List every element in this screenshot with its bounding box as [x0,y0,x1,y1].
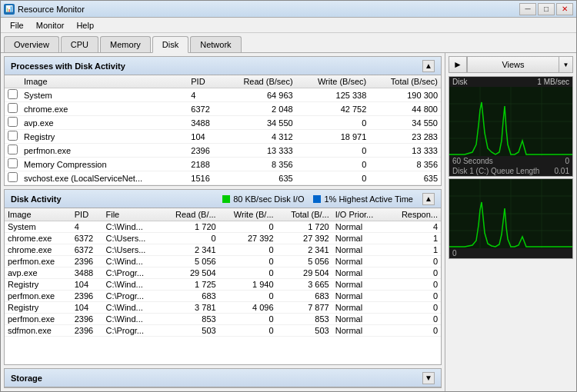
queue-graph-footer-right: 0 [452,249,457,257]
row-checkbox-cell[interactable] [5,171,21,185]
row-pid: 1516 [188,171,222,185]
storage-section-header[interactable]: Storage ▼ [5,369,441,387]
storage-section-title: Storage [11,374,422,383]
da-row-priority: Normal [332,244,388,256]
da-col-file[interactable]: File [102,208,160,221]
table-row[interactable]: sdfmon.exe 2396 C:\Progr... 503 0 503 No… [5,325,441,337]
close-button[interactable]: ✕ [556,3,573,15]
table-row[interactable]: Memory Compression 2188 8 356 0 8 356 [5,158,441,171]
da-row-response: 4 [388,221,441,233]
row-image: avp.exe [21,116,188,130]
row-checkbox[interactable] [8,89,18,99]
da-row-file: C:\Wind... [102,279,160,291]
da-row-write: 1 940 [219,279,277,291]
right-nav: ► Views ▼ [449,56,573,73]
row-checkbox-cell[interactable] [5,102,21,116]
views-dropdown-button[interactable]: ▼ [559,56,573,73]
table-row[interactable]: perfmon.exe 2396 13 333 0 13 333 [5,144,441,158]
da-row-image: System [5,221,72,233]
table-row[interactable]: chrome.exe 6372 2 048 42 752 44 800 [5,102,441,116]
row-read: 635 [222,171,296,185]
row-checkbox-cell[interactable] [5,116,21,130]
da-col-response[interactable]: Respon... [388,208,441,221]
title-bar: 📊 Resource Monitor ─ □ ✕ [1,1,576,18]
tab-overview[interactable]: Overview [4,36,59,52]
processes-table: Image PID Read (B/sec) Write (B/sec) Tot… [5,75,441,185]
row-read: 8 356 [222,158,296,171]
da-row-pid: 6372 [72,233,103,244]
da-row-pid: 2396 [72,314,103,325]
table-row[interactable]: chrome.exe 6372 C:\Users... 0 27 392 27 … [5,233,441,244]
storage-expand-button[interactable]: ▼ [422,372,435,384]
table-row[interactable]: perfmon.exe 2396 C:\Wind... 853 0 853 No… [5,314,441,325]
processes-col-pid[interactable]: PID [188,75,222,88]
disk-graph: Disk 1 MB/sec [449,76,573,177]
tab-memory[interactable]: Memory [100,36,151,52]
da-col-priority[interactable]: I/O Prior... [332,208,388,221]
processes-expand-button[interactable]: ▲ [422,60,435,72]
row-checkbox-cell[interactable] [5,158,21,171]
row-image: svchost.exe (LocalServiceNet... [21,171,188,185]
table-row[interactable]: perfmon.exe 2396 C:\Wind... 5 056 0 5 05… [5,256,441,267]
processes-col-total[interactable]: Total (B/sec) [369,75,441,88]
row-checkbox[interactable] [8,117,18,127]
row-write: 125 338 [296,88,370,102]
da-row-pid: 104 [72,302,103,314]
table-row[interactable]: avp.exe 3488 34 550 0 34 550 [5,116,441,130]
table-row[interactable]: avp.exe 3488 C:\Progr... 29 504 0 29 504… [5,267,441,279]
disk-queue-label: Disk 1 (C:) Queue Length 0.01 [449,166,572,176]
tab-network[interactable]: Network [190,36,241,52]
processes-col-write[interactable]: Write (B/sec) [296,75,370,88]
processes-col-read[interactable]: Read (B/sec) [222,75,296,88]
da-row-response: 1 [388,233,441,244]
da-row-file: C:\Progr... [102,325,160,337]
da-row-write: 0 [219,221,277,233]
row-checkbox[interactable] [8,131,18,141]
da-row-image: perfmon.exe [5,256,72,267]
menu-file[interactable]: File [4,18,30,32]
row-checkbox[interactable] [8,158,18,168]
menu-help[interactable]: Help [70,18,100,32]
row-total: 13 333 [369,144,441,158]
maximize-button[interactable]: □ [538,3,555,15]
row-checkbox[interactable] [8,172,18,182]
da-row-pid: 2396 [72,256,103,267]
processes-col-image[interactable]: Image [21,75,188,88]
minimize-button[interactable]: ─ [519,3,536,15]
da-col-write[interactable]: Write (B/... [219,208,277,221]
tab-bar: Overview CPU Memory Disk Network [1,33,576,53]
processes-section-header[interactable]: Processes with Disk Activity ▲ [5,57,441,75]
tab-cpu[interactable]: CPU [61,36,98,52]
table-row[interactable]: System 4 64 963 125 338 190 300 [5,88,441,102]
row-checkbox[interactable] [8,145,18,154]
da-col-pid[interactable]: PID [72,208,103,221]
da-row-image: perfmon.exe [5,314,72,325]
table-row[interactable]: perfmon.exe 2396 C:\Progr... 683 0 683 N… [5,291,441,302]
row-read: 13 333 [222,144,296,158]
table-row[interactable]: Registry 104 4 312 18 971 23 283 [5,130,441,144]
table-row[interactable]: Registry 104 C:\Wind... 3 781 4 096 7 87… [5,302,441,314]
row-checkbox-cell[interactable] [5,88,21,102]
da-row-read: 1 720 [161,221,219,233]
table-row[interactable]: Registry 104 C:\Wind... 1 725 1 940 3 66… [5,279,441,291]
da-col-total[interactable]: Total (B/... [277,208,332,221]
table-row[interactable]: chrome.exe 6372 C:\Users... 2 341 0 2 34… [5,244,441,256]
disk-queue-title: Disk 1 (C:) Queue Length [452,167,539,175]
da-col-read[interactable]: Read (B/... [161,208,219,221]
disk-activity-table-container[interactable]: Image PID File Read (B/... Write (B/... … [5,208,441,364]
row-checkbox-cell[interactable] [5,130,21,144]
da-col-image[interactable]: Image [5,208,72,221]
nav-back-button[interactable]: ► [449,56,467,73]
menu-monitor[interactable]: Monitor [30,18,71,32]
disk-queue-value: 0.01 [555,167,569,175]
row-checkbox[interactable] [8,103,18,113]
row-checkbox-cell[interactable] [5,144,21,158]
tab-disk[interactable]: Disk [152,36,188,53]
stat-dot-green [222,195,230,203]
table-row[interactable]: System 4 C:\Wind... 1 720 0 1 720 Normal… [5,221,441,233]
disk-activity-expand-button[interactable]: ▲ [422,193,435,205]
views-button[interactable]: Views [467,56,559,73]
processes-table-container: Image PID Read (B/sec) Write (B/sec) Tot… [5,75,441,185]
table-row[interactable]: svchost.exe (LocalServiceNet... 1516 635… [5,171,441,185]
da-row-file: C:\Users... [102,244,160,256]
